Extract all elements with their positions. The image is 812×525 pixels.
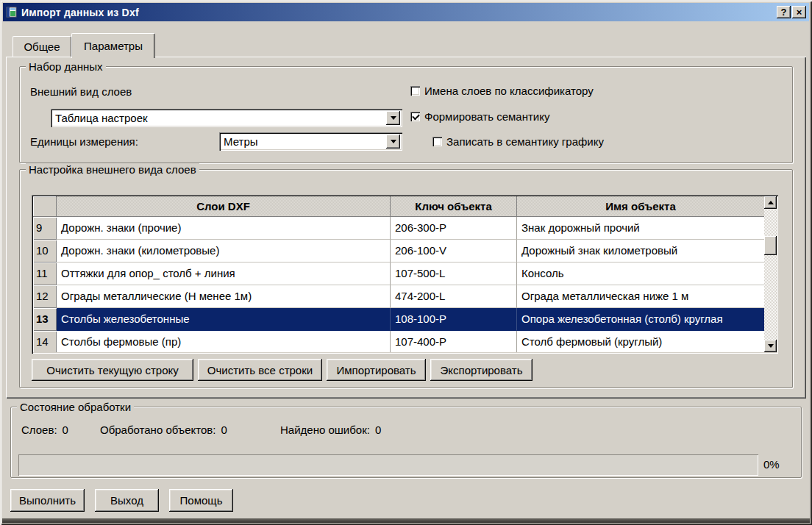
group-processing-status-title: Состояние обработки bbox=[17, 401, 134, 413]
row-number-cell[interactable]: 9 bbox=[33, 217, 57, 240]
header-row-number bbox=[33, 196, 57, 217]
triangle-down-icon bbox=[768, 344, 774, 351]
checkbox-layer-names-classifier[interactable]: Имена слоев по классификатору bbox=[410, 85, 594, 97]
group-layer-settings-title: Настройка внешнего вида слоев bbox=[26, 163, 199, 176]
table-row[interactable]: 10 Дорожн. знаки (километровые) 206-100-… bbox=[33, 240, 764, 262]
cell-object-key[interactable]: 108-100-P bbox=[391, 308, 517, 331]
import-button[interactable]: Импортировать bbox=[327, 359, 426, 381]
chevron-down-icon bbox=[391, 140, 396, 146]
units-value: Метры bbox=[219, 135, 386, 148]
clear-all-rows-button[interactable]: Очистить все строки bbox=[198, 359, 322, 381]
dialog-window: Импорт данных из Dxf ? × Общее Параметры… bbox=[0, 0, 812, 525]
header-dxf-layers[interactable]: Слои DXF bbox=[57, 196, 391, 217]
group-layer-settings: Настройка внешнего вида слоев Слои DXF К… bbox=[19, 169, 793, 388]
cell-dxf-layer[interactable]: Дорожн. знаки (прочие) bbox=[57, 217, 391, 240]
cell-object-name[interactable]: Столб фермовый (круглый) bbox=[517, 331, 764, 352]
errors-found-value: 0 bbox=[375, 424, 381, 436]
cell-object-name[interactable]: Консоль bbox=[517, 262, 764, 285]
units-label: Единицы измерения: bbox=[30, 135, 138, 148]
checkbox-write-graphics-semantics[interactable]: Записать в семантику графику bbox=[432, 135, 604, 148]
table-row[interactable]: 13 Столбы железобетонные 108-100-P Опора… bbox=[33, 308, 764, 331]
cell-dxf-layer[interactable]: Дорожн. знаки (километровые) bbox=[57, 240, 391, 262]
layer-appearance-combobox[interactable]: Таблица настроек bbox=[51, 109, 402, 127]
row-number-cell[interactable]: 11 bbox=[33, 262, 57, 285]
table-row[interactable]: 12 Ограды металлические (Н менее 1м) 474… bbox=[33, 285, 764, 308]
table-body: 9 Дорожн. знаки (прочие) 206-300-P Знак … bbox=[33, 217, 764, 352]
layer-appearance-label: Внешний вид слоев bbox=[30, 85, 132, 98]
cell-object-name[interactable]: Ограда металлическая ниже 1 м bbox=[517, 285, 764, 308]
processed-objects-value: 0 bbox=[221, 424, 227, 436]
scrollbar-track[interactable] bbox=[764, 255, 777, 340]
table-row[interactable]: 11 Оттяжки для опор_ столб + линия 107-5… bbox=[33, 262, 764, 285]
scroll-down-button[interactable] bbox=[764, 340, 777, 352]
checkbox-form-semantics[interactable]: Формировать семантику bbox=[410, 110, 549, 123]
cell-object-name[interactable]: Опора железобетонная (столб) круглая bbox=[517, 308, 764, 331]
cell-object-key[interactable]: 474-200-L bbox=[391, 285, 517, 308]
tab-parameters[interactable]: Параметры bbox=[71, 33, 155, 58]
header-object-key[interactable]: Ключ объекта bbox=[391, 196, 517, 217]
cell-object-key[interactable]: 107-500-L bbox=[391, 262, 517, 285]
errors-found-label: Найдено ошибок: bbox=[280, 424, 370, 436]
table-row[interactable]: 9 Дорожн. знаки (прочие) 206-300-P Знак … bbox=[33, 217, 764, 240]
exit-button[interactable]: Выход bbox=[95, 489, 159, 512]
tab-general[interactable]: Общее bbox=[13, 36, 71, 57]
layers-counter-label: Слоев: bbox=[21, 424, 57, 436]
layers-counter-value: 0 bbox=[63, 424, 68, 436]
progress-percent: 0% bbox=[763, 458, 780, 471]
processed-objects-counter: Обработано объектов:0 bbox=[100, 424, 227, 436]
cell-dxf-layer[interactable]: Ограды металлические (Н менее 1м) bbox=[57, 285, 391, 308]
checkbox-box[interactable] bbox=[410, 112, 420, 121]
table-header-row: Слои DXF Ключ объекта Имя объекта bbox=[33, 196, 764, 217]
export-button[interactable]: Экспортировать bbox=[430, 359, 533, 381]
execute-button[interactable]: Выполнить bbox=[10, 489, 85, 512]
processed-objects-label: Обработано объектов: bbox=[100, 424, 216, 436]
close-button[interactable]: × bbox=[792, 6, 806, 18]
cell-object-key[interactable]: 206-300-P bbox=[391, 217, 517, 240]
title-bar[interactable]: Импорт данных из Dxf ? × bbox=[3, 3, 809, 21]
window-title: Импорт данных из Dxf bbox=[21, 7, 139, 18]
layers-counter: Слоев:0 bbox=[21, 424, 68, 436]
scrollbar-thumb[interactable] bbox=[764, 236, 777, 255]
units-combobox[interactable]: Метры bbox=[219, 132, 402, 151]
group-processing-status: Состояние обработки Слоев:0 Обработано о… bbox=[10, 407, 802, 478]
cell-object-name[interactable]: Дорожный знак километровый bbox=[517, 240, 764, 262]
cell-dxf-layer[interactable]: Столбы фермовые (пр) bbox=[57, 331, 391, 352]
row-number-cell[interactable]: 12 bbox=[33, 285, 57, 308]
checkbox-label: Записать в семантику графику bbox=[446, 135, 604, 148]
app-icon bbox=[6, 7, 18, 18]
scroll-up-button[interactable] bbox=[764, 196, 777, 209]
cell-dxf-layer[interactable]: Столбы железобетонные bbox=[57, 308, 391, 331]
combobox-dropdown-button[interactable] bbox=[386, 135, 400, 149]
row-number-cell[interactable]: 13 bbox=[33, 308, 57, 331]
row-number-cell[interactable]: 14 bbox=[33, 331, 57, 352]
group-dataset-title: Набор данных bbox=[26, 60, 106, 73]
combobox-dropdown-button[interactable] bbox=[386, 111, 400, 125]
header-object-name[interactable]: Имя объекта bbox=[517, 196, 764, 217]
layer-appearance-value: Таблица настроек bbox=[51, 112, 386, 124]
row-number-cell[interactable]: 10 bbox=[33, 240, 57, 262]
errors-found-counter: Найдено ошибок:0 bbox=[280, 424, 381, 436]
cell-object-key[interactable]: 206-100-V bbox=[391, 240, 517, 262]
help-button[interactable]: Помощь bbox=[169, 489, 233, 512]
clear-current-row-button[interactable]: Очистить текущую строку bbox=[32, 359, 193, 381]
cell-object-key[interactable]: 107-400-P bbox=[391, 331, 517, 352]
table-row[interactable]: 14 Столбы фермовые (пр) 107-400-P Столб … bbox=[33, 331, 764, 352]
checkbox-label: Имена слоев по классификатору bbox=[424, 85, 594, 97]
checkbox-label: Формировать семантику bbox=[424, 110, 549, 123]
cell-object-name[interactable]: Знак дорожный прочий bbox=[517, 217, 764, 240]
layers-table: Слои DXF Ключ объекта Имя объекта 9 Доро… bbox=[32, 195, 778, 354]
progress-bar bbox=[18, 454, 758, 476]
vertical-scrollbar[interactable] bbox=[764, 196, 777, 352]
triangle-up-icon bbox=[768, 198, 774, 204]
cell-dxf-layer[interactable]: Оттяжки для опор_ столб + линия bbox=[57, 262, 391, 285]
context-help-button[interactable]: ? bbox=[777, 6, 791, 18]
chevron-down-icon bbox=[391, 116, 396, 123]
group-dataset: Набор данных Внешний вид слоев Таблица н… bbox=[19, 66, 793, 163]
checkbox-box[interactable] bbox=[410, 86, 420, 96]
checkbox-box[interactable] bbox=[432, 137, 442, 146]
